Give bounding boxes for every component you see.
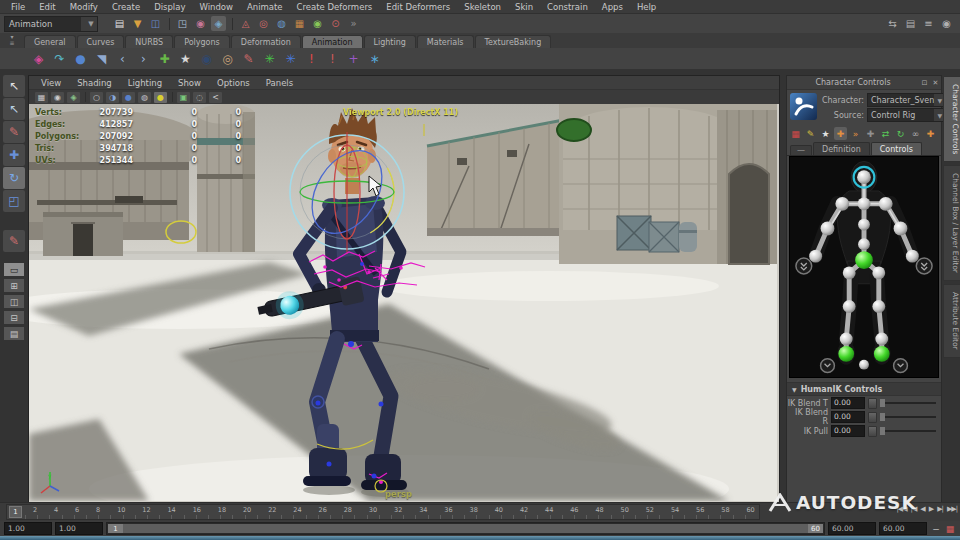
shelf-tab[interactable]: Lighting xyxy=(364,35,416,48)
ik-spline-icon[interactable]: › xyxy=(135,50,152,67)
character-dropdown[interactable]: Character_Sven ▼ xyxy=(867,93,946,107)
xray-icon[interactable]: ◌ xyxy=(193,92,206,103)
axis-icon[interactable]: + xyxy=(345,50,362,67)
menu-item[interactable]: Edit Deformers xyxy=(379,2,457,12)
keyable-icon[interactable] xyxy=(868,398,877,409)
timeline-ruler[interactable]: 1 24681012141618202224262830323436384042… xyxy=(6,504,760,520)
layout-single[interactable]: ▭ xyxy=(3,262,25,277)
play-forwards-button[interactable]: ▶ xyxy=(929,505,933,513)
character-pair-icon[interactable]: ◉ xyxy=(198,50,215,67)
menuset-dropdown[interactable]: Animation ▼ xyxy=(4,16,98,32)
float-icon[interactable]: ⊡ xyxy=(919,79,930,87)
match-grid-icon[interactable]: ▦ xyxy=(789,127,802,140)
shelf-tab[interactable]: TextureBaking xyxy=(475,35,552,48)
lasso-tool[interactable]: ↖ xyxy=(3,98,25,120)
animation-end-field[interactable]: 60.00 xyxy=(828,522,876,535)
locator-blue-icon[interactable]: ✳ xyxy=(282,50,299,67)
editor-side-tab[interactable]: Character Controls xyxy=(943,76,960,162)
save-scene-icon[interactable]: ◫ xyxy=(148,16,163,31)
ik-handle-icon[interactable]: ✚ xyxy=(156,50,173,67)
source-dropdown[interactable]: Control Rig ▼ xyxy=(867,108,946,122)
ik-chain-icon[interactable]: ‹ xyxy=(114,50,131,67)
keyable-icon[interactable] xyxy=(868,412,877,423)
viewport-icon[interactable] xyxy=(83,92,87,103)
layout-two-side[interactable]: ◫ xyxy=(3,294,25,309)
shelf-tab[interactable]: Deformation xyxy=(231,35,301,48)
shelf-tab[interactable]: General xyxy=(24,35,76,48)
rotate-tool[interactable]: ↻ xyxy=(3,167,25,189)
new-scene-icon[interactable]: ▤ xyxy=(112,16,127,31)
more-icon[interactable]: » xyxy=(346,16,361,31)
anim-prefs-icon[interactable]: ▦ xyxy=(944,523,956,535)
paint-select-tool[interactable]: ✎ xyxy=(3,121,25,143)
status-icon[interactable] xyxy=(229,16,235,31)
pin-icon[interactable]: ∞ xyxy=(909,127,922,140)
isolate-icon[interactable]: ▣ xyxy=(177,92,190,103)
ik-slider[interactable] xyxy=(880,402,936,404)
workspace-icon[interactable]: ⇆ xyxy=(885,16,900,31)
motion-path-icon[interactable]: ↷ xyxy=(51,50,68,67)
image-plane-icon[interactable]: ◈ xyxy=(67,92,80,103)
last-tool[interactable]: ✎ xyxy=(3,230,25,252)
breakdown-red-icon[interactable]: ! xyxy=(303,50,320,67)
menu-item[interactable]: Window xyxy=(192,2,240,12)
menu-item[interactable]: Display xyxy=(147,2,192,12)
body-part-icon[interactable]: » xyxy=(849,127,862,140)
current-frame-indicator[interactable]: 1 xyxy=(9,506,22,518)
ik-field-value[interactable]: 0.00 xyxy=(831,397,865,409)
layout-four[interactable]: ⊞ xyxy=(3,278,25,293)
close-icon[interactable]: ✕ xyxy=(930,79,941,87)
snap-grid-icon[interactable]: ◬ xyxy=(238,16,253,31)
tab-stub[interactable]: — xyxy=(790,145,812,155)
joint-tool-icon[interactable]: ● xyxy=(72,50,89,67)
editor-side-tab[interactable]: Attribute Editor xyxy=(943,284,960,358)
camera-attrs-icon[interactable]: ▦ xyxy=(35,92,48,103)
move-tool[interactable]: ✚ xyxy=(3,144,25,166)
snap-surface-icon[interactable]: ◉ xyxy=(310,16,325,31)
viewport-menu-item[interactable]: View xyxy=(33,78,69,88)
viewport-menu-item[interactable]: Lighting xyxy=(120,78,170,88)
menu-item[interactable]: Create Deformers xyxy=(290,2,380,12)
paint-weights-icon[interactable]: ✎ xyxy=(240,50,257,67)
ik-slider[interactable] xyxy=(880,430,936,432)
play-backwards-button[interactable]: ◀ xyxy=(920,505,924,513)
bookmark-icon[interactable]: ◉ xyxy=(51,92,64,103)
menu-item[interactable]: Apps xyxy=(595,2,630,12)
menu-item[interactable]: Create xyxy=(105,2,147,12)
shelf-tab[interactable]: Curves xyxy=(77,35,125,48)
range-end-handle[interactable]: 60 xyxy=(808,524,823,533)
viewport-menu-item[interactable]: Shading xyxy=(69,78,120,88)
auto-key-icon[interactable]: − xyxy=(930,523,942,535)
ik-slider[interactable] xyxy=(880,416,936,418)
breakdown-icon[interactable]: ! xyxy=(324,50,341,67)
viewport-menu-item[interactable]: Panels xyxy=(258,78,301,88)
menu-item[interactable]: Help xyxy=(630,2,663,12)
scale-tool[interactable]: ◰ xyxy=(3,190,25,212)
set-key-icon[interactable]: ◈ xyxy=(30,50,47,67)
mirror-icon[interactable]: ⇄ xyxy=(879,127,892,140)
wireframe-icon[interactable]: ○ xyxy=(90,92,103,103)
render-globe-icon[interactable]: ◉ xyxy=(939,16,954,31)
range-slider[interactable]: 1 60 xyxy=(106,522,825,535)
snap-curve-icon[interactable]: ◎ xyxy=(256,16,271,31)
snap-point-icon[interactable]: ◍ xyxy=(274,16,289,31)
layout-two-stack[interactable]: ⊟ xyxy=(3,310,25,325)
viewport-menu-item[interactable]: Show xyxy=(170,78,209,88)
step-forward-button[interactable]: ▶| xyxy=(937,505,943,513)
full-body-icon[interactable]: ✚ xyxy=(834,127,847,140)
editor-side-tab[interactable]: Channel Box / Layer Editor xyxy=(943,165,960,281)
share-icon[interactable]: < xyxy=(209,92,222,103)
range-start-handle[interactable]: 1 xyxy=(108,524,123,533)
animation-start-field[interactable]: 1.00 xyxy=(55,522,103,535)
select-component-icon[interactable]: ◈ xyxy=(211,16,226,31)
shelf-tab[interactable]: Animation xyxy=(302,35,363,48)
humanik-controls-header[interactable]: ▼ HumanIK Controls xyxy=(787,382,941,396)
stance-pose-icon[interactable]: ✚ xyxy=(924,127,937,140)
edit-definition-icon[interactable]: ✎ xyxy=(804,127,817,140)
ik-field-value[interactable]: 0.00 xyxy=(831,411,865,423)
menu-item[interactable]: File xyxy=(4,2,32,12)
selection-icon[interactable]: ✚ xyxy=(864,127,877,140)
playback-start-field[interactable]: 1.00 xyxy=(4,522,52,535)
all-lights-icon[interactable]: ◍ xyxy=(138,92,151,103)
default-light-icon[interactable]: ● xyxy=(154,92,167,103)
